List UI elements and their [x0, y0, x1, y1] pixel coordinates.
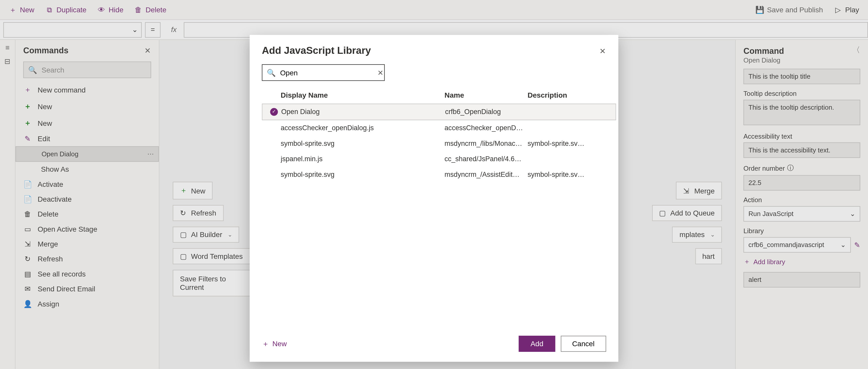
row-name: cc_shared/JsPanel/4.6.0/… [444, 155, 527, 163]
a11y-input[interactable] [744, 142, 860, 158]
canvas-chip-add-to-queue[interactable]: ▢Add to Queue [652, 205, 722, 221]
row-name: msdyncrm_/AssistEditCo… [444, 171, 527, 178]
command-item-activate[interactable]: 📄Activate [16, 177, 159, 192]
chevron-down-icon: ⌄ [840, 241, 846, 249]
word-icon: ▢ [180, 252, 188, 260]
tooltip-title-input[interactable] [744, 69, 860, 84]
library-row[interactable]: Open Dialogcrfb6_OpenDialog [262, 104, 616, 120]
command-item-deactivate[interactable]: 📄Deactivate [16, 192, 159, 206]
library-row[interactable]: jspanel.min.jscc_shared/JsPanel/4.6.0/… [262, 151, 616, 167]
command-item-label: Delete [38, 210, 58, 218]
add-button[interactable]: Add [519, 336, 555, 352]
cancel-button[interactable]: Cancel [560, 336, 606, 352]
search-icon: 🔍 [267, 68, 276, 77]
plus-icon: ＋ [23, 118, 32, 128]
command-item-send-direct-email[interactable]: ✉Send Direct Email [16, 281, 159, 296]
activate-icon: 📄 [23, 180, 32, 188]
library-label: Library [744, 227, 860, 235]
command-item-label: New [38, 102, 52, 110]
library-row[interactable]: accessChecker_openDialog.jsaccessChecker… [262, 120, 616, 136]
merge-icon: ⇲ [683, 187, 691, 195]
chevron-down-icon: ⌄ [710, 232, 715, 238]
assign-icon: 👤 [23, 300, 32, 308]
command-item-label: Show As [41, 165, 69, 173]
edit-icon[interactable]: ✎ [854, 240, 860, 249]
duplicate-button[interactable]: ⧉Duplicate [41, 3, 91, 16]
search-placeholder: Search [41, 65, 64, 74]
delete-icon: 🗑 [23, 210, 32, 218]
stage-icon: ▭ [23, 225, 32, 233]
add-library-button[interactable]: ＋Add library [744, 257, 860, 266]
canvas-chip-merge[interactable]: ⇲Merge [676, 182, 722, 199]
delete-button[interactable]: 🗑Delete [130, 3, 171, 16]
dialog-search[interactable]: 🔍 ✕ [262, 64, 385, 81]
canvas-chip-refresh[interactable]: ↻Refresh [173, 205, 223, 221]
command-item-delete[interactable]: 🗑Delete [16, 206, 159, 221]
library-select[interactable]: crfb6_commandjavascript⌄ [744, 237, 851, 253]
library-row[interactable]: symbol-sprite.svgmsdyncrm_/libs/Monaco…s… [262, 136, 616, 151]
command-item-label: See all records [38, 270, 86, 278]
duplicate-icon: ⧉ [45, 6, 53, 13]
search-icon: 🔍 [28, 65, 37, 74]
command-item-label: Open Dialog [41, 150, 79, 158]
canvas-chip-hart[interactable]: hart [695, 248, 722, 264]
clear-icon[interactable]: ✕ [377, 68, 383, 77]
row-display-name: symbol-sprite.svg [281, 140, 444, 147]
command-item-label: Send Direct Email [38, 285, 95, 293]
refresh-icon: ↻ [180, 209, 188, 217]
action-select[interactable]: Run JavaScript⌄ [744, 206, 860, 222]
play-button[interactable]: ▷Play [830, 3, 864, 16]
row-name: msdyncrm_/libs/Monaco… [444, 140, 527, 147]
command-item-see-all-records[interactable]: ▤See all records [16, 266, 159, 281]
property-dropdown[interactable]: ⌄ [3, 22, 142, 37]
command-item-assign[interactable]: 👤Assign [16, 296, 159, 311]
new-command-button[interactable]: ＋New command [16, 82, 159, 98]
command-item-label: New [38, 119, 52, 127]
col-name: Name [444, 91, 527, 99]
canvas-chip-word-templates[interactable]: ▢Word Templates⌄ [173, 248, 260, 264]
command-item-label: Refresh [38, 255, 63, 263]
command-item-new[interactable]: ＋New [16, 115, 159, 132]
command-item-edit[interactable]: ✎Edit [16, 131, 159, 146]
save-publish-button[interactable]: 💾Save and Publish [751, 3, 828, 16]
command-item-new[interactable]: ＋New [16, 98, 159, 115]
hide-button[interactable]: 👁Hide [93, 3, 128, 16]
equals-button[interactable]: = [145, 22, 160, 37]
command-item-open-active-stage[interactable]: ▭Open Active Stage [16, 222, 159, 236]
a11y-label: Accessibility text [744, 133, 860, 140]
canvas-chip-mplates[interactable]: mplates⌄ [672, 227, 722, 243]
refresh-icon: ↻ [23, 255, 32, 263]
tree-icon[interactable]: ≡ [5, 43, 9, 52]
row-display-name: accessChecker_openDialog.js [281, 124, 444, 132]
close-icon[interactable]: ✕ [145, 46, 151, 55]
row-display-name: jspanel.min.js [281, 155, 444, 163]
chevron-down-icon: ⌄ [132, 25, 138, 34]
dialog-title: Add JavaScript Library [262, 45, 371, 56]
save-filters-chip[interactable]: Save Filters to Current [173, 270, 256, 296]
dialog-new-button[interactable]: ＋New [262, 339, 287, 349]
tooltip-desc-input[interactable]: This is the tooltip description. [744, 100, 860, 125]
hide-icon: 👁 [98, 6, 105, 13]
command-item-refresh[interactable]: ↻Refresh [16, 252, 159, 266]
canvas-chip-new[interactable]: ＋New [173, 182, 213, 199]
command-item-label: Merge [38, 240, 58, 248]
command-item-open-dialog[interactable]: Open Dialog [16, 146, 159, 162]
command-subtitle: Open Dialog [744, 57, 860, 64]
order-input[interactable] [744, 175, 860, 191]
close-icon[interactable]: ✕ [599, 47, 606, 55]
ai-icon: ▢ [180, 230, 188, 238]
dialog-search-input[interactable] [280, 68, 373, 77]
command-item-merge[interactable]: ⇲Merge [16, 236, 159, 251]
canvas-chip-ai-builder[interactable]: ▢AI Builder⌄ [173, 227, 239, 243]
function-input[interactable] [744, 272, 860, 288]
action-label: Action [744, 196, 860, 204]
row-name: crfb6_OpenDialog [445, 108, 528, 116]
list-icon[interactable]: ⊟ [4, 57, 10, 65]
trash-icon: 🗑 [134, 6, 142, 13]
chevron-left-icon[interactable]: 〈 [852, 45, 860, 55]
library-row[interactable]: symbol-sprite.svgmsdyncrm_/AssistEditCo…… [262, 167, 616, 182]
new-button[interactable]: ＋New [4, 3, 39, 16]
dialog-results[interactable]: Display Name Name Description Open Dialo… [262, 86, 616, 328]
command-item-show-as[interactable]: Show As [16, 162, 159, 176]
search-input[interactable]: 🔍 Search [23, 61, 151, 78]
